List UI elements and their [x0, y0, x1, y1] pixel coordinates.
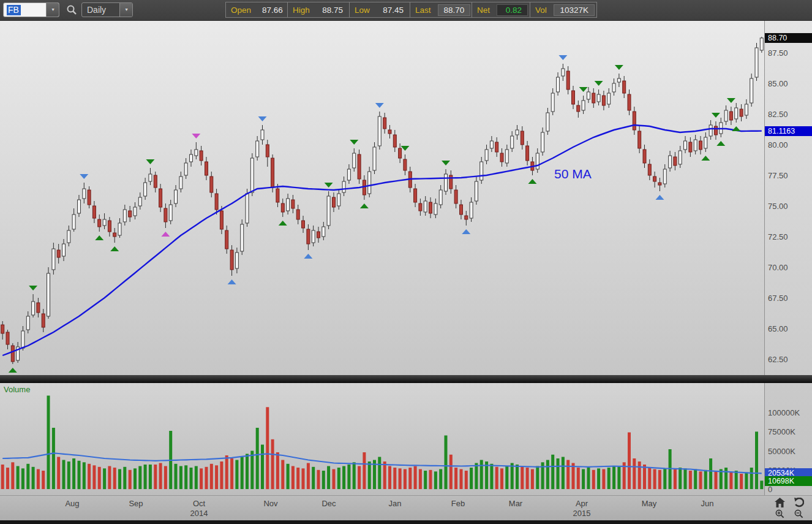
volume-bar — [271, 439, 274, 489]
symbol-dropdown-button[interactable]: ▼ — [46, 3, 59, 17]
interval-combobox[interactable]: Daily ▼ — [81, 2, 133, 17]
candle-body — [750, 78, 753, 103]
signal-up-triangle — [161, 232, 170, 237]
volume-bar — [210, 464, 213, 489]
candle-body — [557, 77, 560, 92]
volume-bar — [531, 469, 534, 490]
candle-body — [500, 153, 503, 162]
candle-body — [526, 146, 529, 161]
volume-bar — [490, 464, 493, 489]
candle-body — [88, 190, 91, 205]
candle-body — [108, 221, 111, 232]
zoom-out-button[interactable] — [789, 508, 808, 520]
volume-tick-label: 100000K — [768, 408, 800, 417]
volume-bar — [72, 458, 75, 489]
volume-bar — [6, 468, 9, 489]
volume-tick-label: 75000K — [768, 427, 795, 436]
candle-body — [83, 189, 86, 199]
volume-bar — [266, 407, 269, 489]
volume-bar — [190, 468, 193, 489]
candle-body — [587, 92, 590, 99]
month-label: Nov — [263, 499, 277, 508]
candle-body — [465, 216, 468, 219]
price-axis[interactable]: 87.5085.0082.5080.0077.5075.0072.5070.00… — [764, 20, 812, 495]
volume-bar — [404, 469, 407, 490]
time-axis[interactable]: AugSepOctNovDecJanFebMarAprMayJun2014201… — [0, 495, 812, 521]
symbol-combobox[interactable]: FB ▼ — [3, 2, 59, 17]
volume-bar — [735, 471, 738, 489]
volume-bar — [500, 468, 503, 489]
volume-bar — [368, 461, 371, 489]
candle-body — [296, 210, 299, 219]
price-chart-panel[interactable] — [0, 20, 764, 375]
month-label: Mar — [509, 499, 522, 508]
candle-body — [205, 162, 208, 175]
price-tick-label: 67.50 — [768, 294, 788, 303]
candlestick-chart[interactable] — [0, 20, 764, 375]
candle-body — [327, 196, 330, 226]
search-button[interactable] — [65, 3, 78, 17]
candle-body — [577, 105, 580, 112]
volume-bar — [684, 468, 687, 489]
volume-bar — [312, 467, 315, 489]
volume-bar — [546, 460, 549, 490]
volume-chart-panel[interactable] — [0, 383, 764, 495]
volume-bar — [287, 464, 290, 489]
candle-body — [755, 48, 758, 77]
signal-up-triangle — [716, 141, 725, 146]
volume-bar — [709, 458, 712, 489]
low-label: Low — [350, 6, 375, 15]
candle-body — [612, 83, 615, 92]
volume-bar — [378, 457, 381, 490]
volume-bar — [607, 468, 611, 489]
month-label: Jan — [389, 499, 402, 508]
interval-dropdown-button[interactable]: ▼ — [119, 3, 132, 17]
signal-down-triangle — [727, 98, 735, 103]
quote-low: Low 87.45 — [350, 2, 410, 17]
candle-body — [699, 141, 702, 150]
candle-body — [460, 205, 463, 215]
month-label: Aug — [65, 499, 79, 508]
candle-body — [337, 194, 340, 206]
symbol-input[interactable]: FB — [7, 5, 21, 15]
volume-bar — [388, 466, 391, 490]
candle-body — [307, 229, 310, 244]
candle-body — [490, 141, 493, 148]
price-tick-label: 62.50 — [768, 355, 788, 364]
volume-bar — [103, 468, 106, 489]
volume-bar — [505, 466, 508, 490]
volume-bar — [149, 465, 152, 489]
candle-body — [633, 112, 636, 130]
candle-body — [582, 101, 585, 110]
candle-body — [195, 150, 198, 156]
candle-body — [572, 91, 575, 104]
candle-body — [541, 132, 544, 152]
candle-body — [47, 273, 50, 316]
candle-body — [241, 224, 244, 251]
volume-bar — [21, 468, 24, 489]
panel-divider[interactable] — [0, 375, 812, 383]
candle-body — [740, 109, 743, 116]
volume-chart[interactable] — [0, 383, 764, 495]
volume-bar — [17, 466, 20, 490]
signal-down-triangle — [375, 103, 384, 108]
high-label: High — [288, 6, 315, 15]
volume-bar — [317, 470, 320, 489]
signal-up-triangle — [279, 221, 287, 226]
candle-body — [98, 219, 101, 227]
volume-bar — [205, 467, 208, 489]
candle-body — [42, 314, 45, 327]
volume-bar — [347, 465, 350, 489]
volume-bar — [92, 465, 96, 489]
volume-bar — [399, 468, 402, 489]
last-label: Last — [410, 6, 436, 15]
candle-body — [342, 181, 345, 192]
candle-body — [103, 219, 106, 226]
candle-body — [546, 113, 549, 131]
volume-bar — [699, 471, 702, 489]
signal-up-triangle — [655, 195, 664, 200]
zoom-in-button[interactable] — [770, 508, 789, 520]
home-button[interactable] — [770, 496, 789, 508]
last-volume-badge: 10698K — [765, 476, 812, 486]
undo-button[interactable] — [789, 496, 808, 508]
